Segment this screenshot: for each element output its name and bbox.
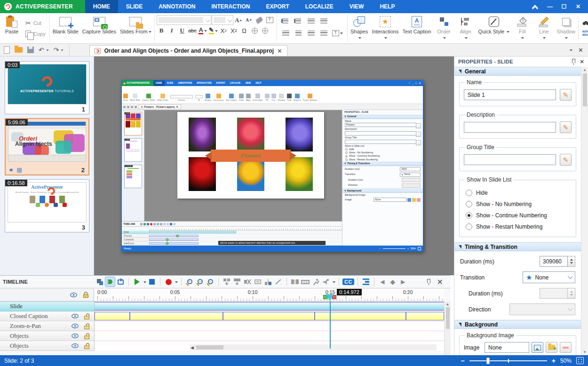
lock-icon[interactable] xyxy=(84,323,90,329)
slide-thumbnail-3[interactable]: 0:16.58 ActivePresenter ActivePresenter … xyxy=(5,179,89,232)
tab-view[interactable]: VIEW xyxy=(342,0,372,13)
tab-export[interactable]: EXPORT xyxy=(258,0,297,13)
slide-thumbnail-1[interactable]: 0:03 ACTIVEPRESENTER TUTORIALS 1 xyxy=(5,61,89,114)
show-hide-all-icon[interactable] xyxy=(70,293,77,297)
zoom-out-button[interactable]: − xyxy=(461,358,465,364)
new-document-icon[interactable] xyxy=(4,46,10,54)
radio-show-restart-numbering[interactable]: Show - Restart Numbering xyxy=(466,223,570,230)
embedded-screenshot-object[interactable]: ACTIVEPRESENTER HOME SLIDE ANNOTATION IN… xyxy=(121,80,423,252)
tab-interaction[interactable]: INTERACTION xyxy=(203,0,258,13)
bold-button[interactable]: B xyxy=(157,26,167,35)
subscript-button[interactable]: X2 xyxy=(219,26,229,35)
highlight-button[interactable]: ✎ xyxy=(208,26,218,35)
name-input[interactable]: Slide 1 xyxy=(464,89,556,100)
vertical-scrollbar[interactable]: ▲ xyxy=(444,302,451,357)
show-hide-icon[interactable] xyxy=(72,324,79,328)
close-document-icon[interactable]: ✕ xyxy=(578,47,583,54)
filmstrip-icon[interactable] xyxy=(301,277,310,286)
zoom-in-button[interactable]: + xyxy=(552,358,556,364)
zoom-fit-icon[interactable]: ↔ xyxy=(195,277,205,286)
duration-spinner[interactable] xyxy=(568,256,575,267)
play-button[interactable] xyxy=(132,277,142,286)
shadow-button[interactable]: Shadow xyxy=(555,14,577,43)
background-image-input[interactable]: None xyxy=(485,342,529,353)
multiple-timelines-icon[interactable] xyxy=(361,277,371,286)
audio-options-caret[interactable] xyxy=(333,281,335,285)
loop-playback-icon[interactable] xyxy=(116,277,125,286)
show-hide-icon[interactable] xyxy=(72,334,79,338)
align-left-button[interactable] xyxy=(281,28,291,38)
zoom-reset-icon[interactable]: ○ xyxy=(206,277,215,286)
save-icon[interactable] xyxy=(27,47,34,53)
increase-indent-button[interactable] xyxy=(306,16,316,25)
pin-icon[interactable] xyxy=(572,59,575,63)
record-options-caret[interactable] xyxy=(175,281,178,285)
text-box-button[interactable] xyxy=(265,16,275,25)
underline-button[interactable]: U xyxy=(177,26,187,35)
insert-freeze-frame-icon[interactable] xyxy=(290,277,300,286)
closed-caption-icon[interactable]: CC xyxy=(342,277,354,286)
edit-group-title-button[interactable]: ✎ xyxy=(560,154,572,166)
quick-style-button[interactable]: Quick Style xyxy=(477,14,512,43)
show-hide-icon[interactable] xyxy=(72,343,79,348)
clear-formatting-button[interactable] xyxy=(254,16,264,25)
close-panel-icon[interactable]: ✕ xyxy=(580,59,584,65)
animation-icon[interactable] xyxy=(311,277,320,286)
playhead-marker[interactable] xyxy=(323,294,336,302)
symbol-button[interactable]: Ω xyxy=(239,26,249,35)
tab-localize[interactable]: LOCALIZE xyxy=(297,0,342,13)
lock-icon[interactable] xyxy=(84,333,90,339)
redo-icon[interactable]: ↷ xyxy=(54,46,59,54)
tab-annotation[interactable]: ANNOTATION xyxy=(151,0,203,13)
line-button[interactable]: Line xyxy=(533,14,555,43)
snap-mode-icon[interactable] xyxy=(105,277,115,286)
radio-show-continue-numbering[interactable]: Show - Continue Numbering xyxy=(466,212,570,219)
play-options-caret[interactable] xyxy=(143,281,146,285)
find-button[interactable]: Find xyxy=(580,19,588,27)
font-size-select[interactable] xyxy=(212,15,233,25)
replace-button[interactable]: adcabc Replace xyxy=(580,29,588,37)
add-marker-icon[interactable]: ◆ xyxy=(388,277,397,286)
text-caption-button[interactable]: A Text Caption xyxy=(400,14,433,43)
font-family-select[interactable] xyxy=(157,15,211,25)
split-icon[interactable] xyxy=(263,277,273,286)
font-color-button[interactable]: A xyxy=(198,26,208,35)
slide-canvas[interactable]: ACTIVEPRESENTER HOME SLIDE ANNOTATION IN… xyxy=(94,56,454,275)
section-general[interactable]: General xyxy=(454,67,581,76)
radio-hide[interactable]: Hide xyxy=(466,190,570,196)
stop-button[interactable] xyxy=(147,277,157,286)
close-tab-icon[interactable]: ✕ xyxy=(277,48,282,55)
align-center-button[interactable] xyxy=(294,28,303,38)
delete-range-icon[interactable] xyxy=(243,277,252,286)
decrease-indent-button[interactable] xyxy=(319,16,329,25)
superscript-button[interactable]: X2 xyxy=(229,26,239,35)
shapes-button[interactable]: Shapes xyxy=(349,14,370,43)
override-time-icon[interactable] xyxy=(232,277,242,286)
group-title-input[interactable] xyxy=(464,154,556,165)
closed-caption-bar[interactable] xyxy=(95,312,444,320)
track-row-objects-2[interactable]: Objects xyxy=(0,341,94,351)
slide-track-bar[interactable] xyxy=(95,302,444,310)
tab-slide[interactable]: SLIDE xyxy=(118,0,151,13)
record-button[interactable] xyxy=(164,277,173,286)
hyperlink-button[interactable] xyxy=(250,26,260,35)
interactions-button[interactable]: ★ Interactions xyxy=(370,14,401,43)
zoom-out-icon[interactable]: − xyxy=(185,277,194,286)
shrink-font-button[interactable]: A▼ xyxy=(244,16,254,25)
document-tab[interactable]: Order and Align Objects - Order and Alig… xyxy=(89,45,287,56)
close-timeline-icon[interactable]: ✕ xyxy=(437,278,443,286)
edit-name-button[interactable]: ✎ xyxy=(560,89,572,101)
maximize-icon[interactable]: ☐ xyxy=(558,2,570,11)
strikethrough-button[interactable]: abc xyxy=(188,26,198,35)
justify-button[interactable] xyxy=(319,28,329,38)
order-button[interactable]: Order xyxy=(433,14,455,43)
lock-all-icon[interactable] xyxy=(83,292,89,298)
previous-marker-icon[interactable]: ◀ xyxy=(378,277,387,286)
line-spacing-button[interactable] xyxy=(332,28,343,38)
section-background[interactable]: Background xyxy=(454,320,581,329)
slides-from-button[interactable]: Slides From xyxy=(118,14,153,43)
align-right-button[interactable] xyxy=(306,28,316,38)
paste-button[interactable]: Paste xyxy=(1,14,23,43)
properties-scrollbar[interactable]: ▲ ▼ xyxy=(581,67,588,355)
horizontal-scrollbar[interactable]: ◀ xyxy=(190,344,437,350)
